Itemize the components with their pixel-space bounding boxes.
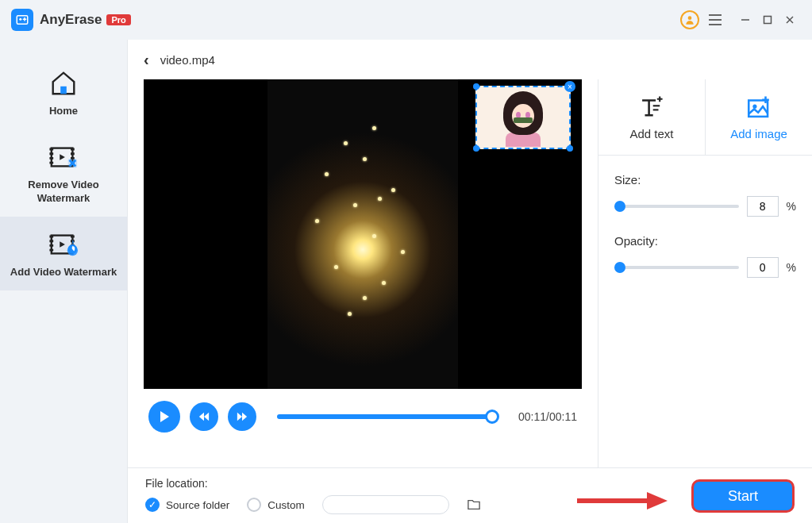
sidebar-item-label: Add Video Watermark xyxy=(10,266,117,279)
breadcrumb: ‹ video.mp4 xyxy=(128,40,812,79)
back-button[interactable]: ‹ xyxy=(144,51,149,69)
svg-point-2 xyxy=(688,16,692,20)
progress-thumb[interactable] xyxy=(485,410,499,424)
player-controls: 00:11/00:11 xyxy=(144,389,582,444)
remove-watermark-icon xyxy=(47,140,80,174)
resize-handle[interactable] xyxy=(473,145,479,152)
video-content xyxy=(267,79,458,389)
start-button[interactable]: Start xyxy=(691,479,795,513)
sidebar: Home Remove Video Watermark Add Video Wa… xyxy=(0,40,127,523)
close-button[interactable] xyxy=(779,9,801,31)
opacity-field: Opacity: % xyxy=(614,234,796,278)
tab-add-image[interactable]: Add image xyxy=(706,79,812,155)
slider-thumb[interactable] xyxy=(614,262,625,273)
svg-point-26 xyxy=(752,105,756,109)
main: ‹ video.mp4 xyxy=(127,40,812,523)
option-label: Custom xyxy=(267,499,305,511)
option-label: Source folder xyxy=(166,499,229,511)
watermark-image xyxy=(477,87,569,148)
unit-label: % xyxy=(787,200,796,213)
svg-rect-12 xyxy=(68,159,77,167)
forward-button[interactable] xyxy=(228,402,256,431)
svg-marker-19 xyxy=(199,413,204,421)
titlebar: AnyErase Pro xyxy=(0,0,812,40)
remove-watermark-icon[interactable]: × xyxy=(564,81,575,92)
size-input[interactable] xyxy=(747,196,779,217)
add-watermark-icon xyxy=(47,228,80,261)
sidebar-item-home[interactable]: Home xyxy=(0,56,127,129)
maximize-button[interactable] xyxy=(756,9,779,31)
app-name: AnyErase xyxy=(40,12,102,28)
custom-folder-option[interactable]: Custom xyxy=(247,498,305,512)
sidebar-item-label: Home xyxy=(49,105,78,118)
image-icon xyxy=(745,94,772,121)
opacity-input[interactable] xyxy=(747,257,779,278)
svg-marker-11 xyxy=(60,154,65,160)
minimize-button[interactable] xyxy=(734,9,756,31)
radio-checked-icon xyxy=(145,498,160,512)
text-icon xyxy=(638,94,665,121)
svg-rect-7 xyxy=(60,87,67,94)
custom-path-input[interactable] xyxy=(322,495,449,514)
size-field: Size: % xyxy=(614,173,796,217)
opacity-slider[interactable] xyxy=(614,266,739,269)
resize-handle[interactable] xyxy=(473,83,479,90)
play-button[interactable] xyxy=(148,401,180,433)
folder-icon[interactable] xyxy=(467,498,481,511)
tab-add-text[interactable]: Add text xyxy=(598,79,706,155)
svg-marker-16 xyxy=(60,241,65,248)
svg-marker-20 xyxy=(204,413,209,421)
svg-marker-21 xyxy=(237,413,242,421)
svg-point-1 xyxy=(19,18,21,21)
sidebar-item-label: Remove Video Watermark xyxy=(8,179,119,206)
slider-thumb[interactable] xyxy=(614,201,625,212)
breadcrumb-file: video.mp4 xyxy=(160,53,215,67)
radio-unchecked-icon xyxy=(247,498,261,512)
video-preview[interactable]: × xyxy=(144,79,582,389)
sidebar-item-remove-watermark[interactable]: Remove Video Watermark xyxy=(0,129,127,217)
svg-marker-22 xyxy=(242,413,247,421)
video-column: × 00:11/00:11 xyxy=(128,79,598,467)
sidebar-item-add-watermark[interactable]: Add Video Watermark xyxy=(0,217,127,290)
home-icon xyxy=(47,67,80,100)
start-label: Start xyxy=(728,488,758,505)
size-slider[interactable] xyxy=(614,205,739,208)
svg-rect-4 xyxy=(764,17,772,24)
file-location-label: File location: xyxy=(145,477,481,490)
size-label: Size: xyxy=(614,173,796,187)
pro-badge: Pro xyxy=(106,14,130,25)
resize-handle[interactable] xyxy=(567,145,573,152)
svg-marker-18 xyxy=(160,411,169,422)
progress-bar[interactable] xyxy=(277,414,493,419)
tab-label: Add image xyxy=(730,127,787,140)
time-display: 00:11/00:11 xyxy=(518,410,577,423)
source-folder-option[interactable]: Source folder xyxy=(145,498,229,512)
unit-label: % xyxy=(787,261,796,274)
app-logo-icon xyxy=(11,9,33,31)
svg-marker-28 xyxy=(647,492,668,510)
annotation-arrow-icon xyxy=(574,490,669,511)
rewind-button[interactable] xyxy=(190,402,218,431)
watermark-overlay[interactable]: × xyxy=(475,86,571,149)
account-icon[interactable] xyxy=(680,10,699,29)
footer: File location: Source folder Custom Star… xyxy=(128,467,812,523)
hamburger-menu-icon[interactable] xyxy=(709,14,722,25)
properties-panel: Add text Add image Size: % xyxy=(598,79,812,467)
tab-label: Add text xyxy=(629,127,673,140)
opacity-label: Opacity: xyxy=(614,234,796,248)
